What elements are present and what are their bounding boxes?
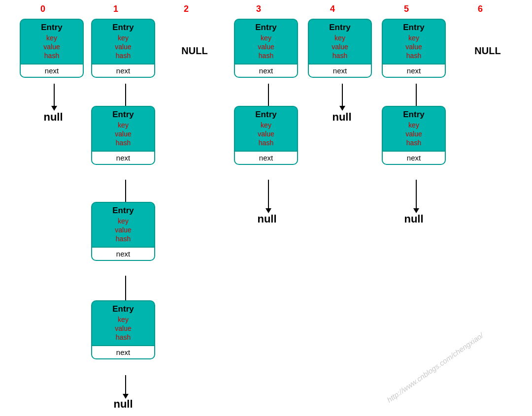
chain1-entry-0-key: key xyxy=(118,121,129,129)
entry-4-value: value xyxy=(332,42,348,51)
chain3-entry-0-key: key xyxy=(261,121,271,129)
chain1-entry-1-next: next xyxy=(92,247,154,260)
chain5-entry-0: Entry key value hash next xyxy=(382,106,446,165)
index-1: 1 xyxy=(113,4,118,14)
chain1-entry-1-title: Entry xyxy=(112,206,133,216)
entry-5: Entry key value hash next xyxy=(382,19,446,78)
index-0: 0 xyxy=(40,4,45,14)
index-5: 5 xyxy=(404,4,409,14)
arrow-chain3-0-null xyxy=(266,180,271,213)
chain1-entry-1-value: value xyxy=(115,225,131,234)
index-4: 4 xyxy=(330,4,335,14)
entry-0-title: Entry xyxy=(41,23,62,32)
chain5-entry-0-key: key xyxy=(408,121,419,129)
chain5-entry-0-hash: hash xyxy=(406,138,421,147)
null-0: null xyxy=(33,111,73,124)
entry-0-next: next xyxy=(21,64,83,77)
arrow-chain5-0-null xyxy=(413,180,419,213)
watermark: http://www.cnblogs.com/chengxiao/ xyxy=(385,331,485,404)
entry-5-key: key xyxy=(408,33,419,42)
null-2-label: NULL xyxy=(181,45,207,57)
chain1-entry-2-next: next xyxy=(92,345,154,358)
chain1-entry-1: Entry key value hash next xyxy=(91,202,155,261)
chain3-entry-0: Entry key value hash next xyxy=(234,106,298,165)
entry-0-hash: hash xyxy=(44,51,59,60)
null-chain1: null xyxy=(103,398,143,411)
entry-4-next: next xyxy=(309,64,371,77)
entry-0-value: value xyxy=(43,42,60,51)
index-6: 6 xyxy=(478,4,483,14)
chain3-entry-0-title: Entry xyxy=(255,110,276,120)
chain3-entry-0-hash: hash xyxy=(259,138,273,147)
chain1-entry-0-title: Entry xyxy=(112,110,133,120)
chain1-entry-2-hash: hash xyxy=(116,333,131,342)
null-4: null xyxy=(322,111,362,124)
entry-1-value: value xyxy=(115,42,131,51)
entry-5-value: value xyxy=(405,42,422,51)
chain1-entry-2-key: key xyxy=(118,315,129,324)
chain1-entry-1-key: key xyxy=(118,217,129,225)
chain3-entry-0-value: value xyxy=(258,129,274,138)
chain1-entry-2-title: Entry xyxy=(112,304,133,314)
entry-4: Entry key value hash next xyxy=(308,19,372,78)
entry-3-title: Entry xyxy=(255,23,276,32)
entry-5-title: Entry xyxy=(403,23,424,32)
entry-4-key: key xyxy=(334,33,345,42)
chain1-entry-0-next: next xyxy=(92,151,154,164)
entry-1-key: key xyxy=(118,33,129,42)
entry-0: Entry key value hash next xyxy=(20,19,84,78)
entry-3: Entry key value hash next xyxy=(234,19,298,78)
null-2: NULL xyxy=(163,19,227,83)
arrow-4-down xyxy=(339,84,345,111)
entry-1-title: Entry xyxy=(112,23,133,32)
chain1-entry-0-hash: hash xyxy=(116,138,131,147)
chain5-entry-0-next: next xyxy=(383,151,445,164)
entry-3-value: value xyxy=(258,42,274,51)
null-6: NULL xyxy=(458,19,517,83)
arrow-0-down xyxy=(51,84,57,111)
chain5-entry-0-value: value xyxy=(405,129,422,138)
chain1-entry-2: Entry key value hash next xyxy=(91,300,155,359)
arrow-chain1-2-null xyxy=(123,375,129,399)
entry-5-hash: hash xyxy=(406,51,421,60)
entry-1-next: next xyxy=(92,64,154,77)
index-3: 3 xyxy=(256,4,261,14)
chain1-entry-0: Entry key value hash next xyxy=(91,106,155,165)
null-6-label: NULL xyxy=(474,45,500,57)
entry-3-key: key xyxy=(261,33,271,42)
index-2: 2 xyxy=(184,4,189,14)
chain1-entry-1-hash: hash xyxy=(116,234,131,243)
diagram: 0 1 2 3 4 5 6 Entry key value hash next … xyxy=(0,0,532,416)
chain1-entry-2-value: value xyxy=(115,324,131,333)
chain3-entry-0-next: next xyxy=(235,151,297,164)
chain1-entry-0-value: value xyxy=(115,129,131,138)
chain5-entry-0-title: Entry xyxy=(403,110,424,120)
null-chain5: null xyxy=(394,213,433,225)
entry-0-key: key xyxy=(46,33,57,42)
entry-4-title: Entry xyxy=(329,23,350,32)
null-chain3: null xyxy=(247,213,287,225)
entry-1: Entry key value hash next xyxy=(91,19,155,78)
entry-1-hash: hash xyxy=(116,51,131,60)
entry-3-next: next xyxy=(235,64,297,77)
entry-4-hash: hash xyxy=(332,51,347,60)
entry-5-next: next xyxy=(383,64,445,77)
entry-3-hash: hash xyxy=(259,51,273,60)
